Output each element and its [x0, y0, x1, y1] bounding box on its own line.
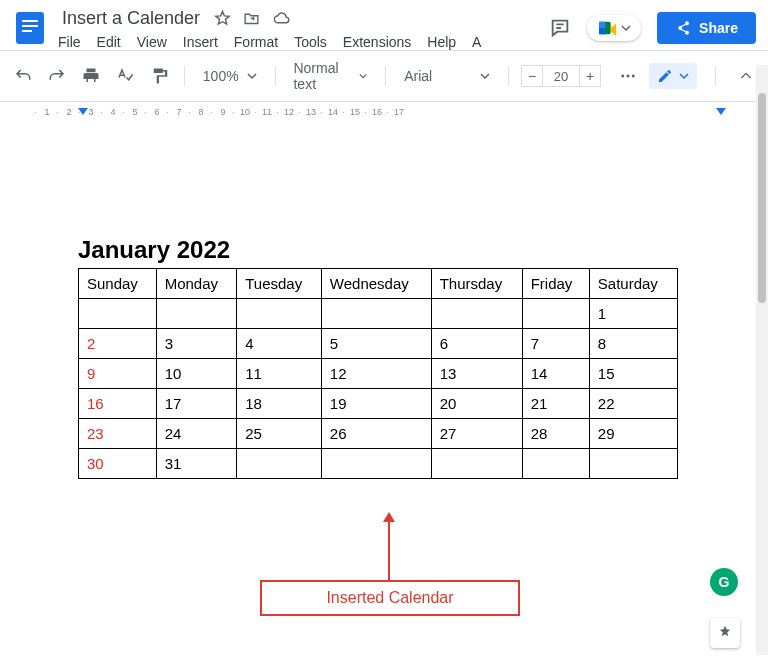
header-sunday[interactable]: Sunday: [79, 269, 157, 299]
annotation-box: Inserted Calendar: [260, 580, 520, 616]
annotation-label: Inserted Calendar: [326, 589, 453, 607]
docs-logo-icon[interactable]: [12, 10, 48, 46]
svg-point-7: [621, 75, 624, 78]
calendar-header-row: Sunday Monday Tuesday Wednesday Thursday…: [79, 269, 678, 299]
font-size-decrease[interactable]: −: [521, 65, 543, 87]
paint-format-icon[interactable]: [146, 63, 172, 89]
font-size-increase[interactable]: +: [579, 65, 601, 87]
svg-rect-3: [22, 30, 32, 32]
share-button[interactable]: Share: [657, 12, 756, 44]
left-indent-marker[interactable]: [78, 108, 88, 115]
menu-view[interactable]: View: [137, 34, 167, 50]
header-monday[interactable]: Monday: [156, 269, 237, 299]
star-icon[interactable]: [214, 10, 231, 27]
app-header: Insert a Calender File Edit View Insert …: [0, 0, 768, 50]
calendar-row: 23242526272829: [79, 419, 678, 449]
svg-rect-1: [22, 20, 38, 22]
style-select[interactable]: Normal text: [287, 57, 373, 95]
menu-bar: File Edit View Insert Format Tools Exten…: [58, 34, 549, 50]
svg-point-8: [627, 75, 630, 78]
calendar-title[interactable]: January 2022: [78, 236, 678, 264]
svg-rect-0: [16, 12, 44, 44]
document-title[interactable]: Insert a Calender: [58, 6, 204, 31]
toolbar: 100% Normal text Arial − 20 +: [0, 50, 768, 102]
cloud-icon[interactable]: [272, 10, 291, 27]
hide-menus-icon[interactable]: [734, 64, 758, 88]
editing-mode-button[interactable]: [649, 63, 697, 89]
more-icon[interactable]: [615, 63, 641, 89]
scroll-thumb[interactable]: [758, 93, 766, 303]
menu-extensions[interactable]: Extensions: [343, 34, 411, 50]
meet-button[interactable]: [587, 15, 641, 41]
header-tuesday[interactable]: Tuesday: [237, 269, 322, 299]
share-label: Share: [699, 20, 738, 36]
print-icon[interactable]: [78, 63, 104, 89]
redo-icon[interactable]: [44, 63, 70, 89]
menu-overflow[interactable]: A: [472, 34, 481, 50]
header-wednesday[interactable]: Wednesday: [321, 269, 431, 299]
svg-point-9: [632, 75, 635, 78]
calendar-row: 16171819202122: [79, 389, 678, 419]
spellcheck-icon[interactable]: [112, 63, 138, 89]
font-size-value[interactable]: 20: [543, 65, 579, 87]
undo-icon[interactable]: [10, 63, 36, 89]
svg-rect-2: [22, 25, 38, 27]
header-friday[interactable]: Friday: [522, 269, 589, 299]
calendar-table[interactable]: Sunday Monday Tuesday Wednesday Thursday…: [78, 268, 678, 479]
zoom-select[interactable]: 100%: [197, 65, 263, 87]
move-icon[interactable]: [243, 10, 260, 27]
header-thursday[interactable]: Thursday: [431, 269, 522, 299]
right-indent-marker[interactable]: [716, 108, 726, 115]
calendar-row: 9101112131415: [79, 359, 678, 389]
menu-format[interactable]: Format: [234, 34, 278, 50]
menu-edit[interactable]: Edit: [97, 34, 121, 50]
menu-insert[interactable]: Insert: [183, 34, 218, 50]
header-right: Share: [549, 12, 756, 44]
font-size-control: − 20 +: [521, 65, 601, 87]
grammarly-icon[interactable]: G: [710, 568, 738, 596]
title-icons: [214, 10, 291, 27]
font-select[interactable]: Arial: [398, 65, 496, 87]
vertical-scrollbar[interactable]: [756, 65, 768, 655]
menu-file[interactable]: File: [58, 34, 81, 50]
svg-rect-6: [599, 28, 605, 34]
annotation-arrow: [388, 520, 390, 580]
explore-icon[interactable]: [710, 618, 740, 648]
comment-history-icon[interactable]: [549, 17, 571, 39]
menu-help[interactable]: Help: [427, 34, 456, 50]
calendar-row: 3031: [79, 449, 678, 479]
header-saturday[interactable]: Saturday: [589, 269, 677, 299]
calendar-row: 1: [79, 299, 678, 329]
calendar-row: 2345678: [79, 329, 678, 359]
svg-rect-5: [599, 22, 605, 28]
title-area: Insert a Calender File Edit View Insert …: [58, 6, 549, 50]
menu-tools[interactable]: Tools: [294, 34, 327, 50]
